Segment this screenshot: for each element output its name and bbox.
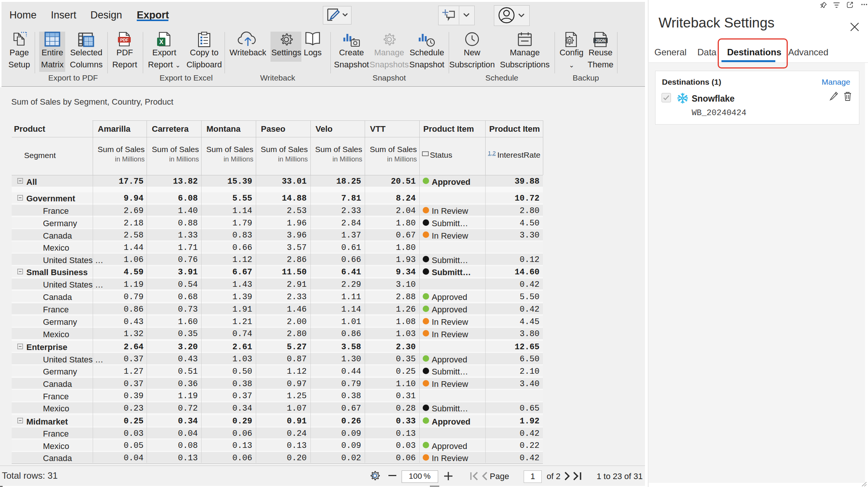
svg-text:X: X [159,39,164,45]
svg-text:JSON: JSON [595,39,605,43]
svg-text:PDF: PDF [120,38,128,42]
